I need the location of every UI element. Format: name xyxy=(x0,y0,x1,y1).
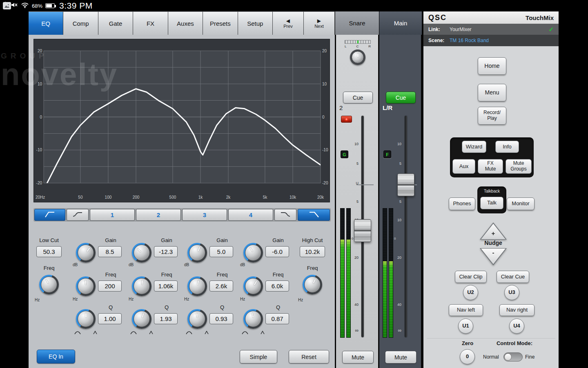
band-2-button[interactable]: 2 xyxy=(136,209,181,221)
svg-text:50: 50 xyxy=(78,195,83,200)
band-4-gain-knob[interactable] xyxy=(243,243,263,263)
svg-text:10: 10 xyxy=(322,82,327,86)
band-4-freq-knob[interactable] xyxy=(243,276,263,296)
snare-meter xyxy=(340,208,351,338)
band-3-q-value: 0.93 xyxy=(209,313,233,324)
main-meter xyxy=(383,208,393,338)
high-shelf-button[interactable] xyxy=(274,209,296,221)
screenshot-thumbnail-icon[interactable] xyxy=(3,2,11,9)
snare-cue-button[interactable]: Cue xyxy=(343,92,373,103)
aux-button[interactable]: Aux xyxy=(452,159,475,174)
nav-right-button[interactable]: Nav right xyxy=(499,304,535,316)
tab-setup[interactable]: Setup xyxy=(238,11,273,35)
tab-auxes[interactable]: Auxes xyxy=(168,11,203,35)
fx-badge[interactable]: F xyxy=(383,150,391,158)
high-cut-button[interactable] xyxy=(298,209,330,221)
band-2-q-knob[interactable] xyxy=(132,309,151,329)
high-cut-freq-knob[interactable] xyxy=(303,275,322,294)
nudge-down-button[interactable]: - xyxy=(480,248,507,265)
main-mute-button[interactable]: Mute xyxy=(385,351,416,364)
wizard-button[interactable]: Wizard xyxy=(462,141,486,153)
band-1-q-knob[interactable] xyxy=(76,309,96,329)
main-cue-button[interactable]: Cue xyxy=(386,92,416,103)
band-3-column: Gain 5.0 dB Freq 2.6k Hz Q 0.93 xyxy=(185,237,242,346)
link-ok-icon: ✓ xyxy=(548,26,554,33)
link-value: YourMixer xyxy=(450,27,545,32)
tab-fx[interactable]: FX xyxy=(133,11,168,35)
menu-button[interactable]: Menu xyxy=(478,84,506,101)
info-button[interactable]: Info xyxy=(495,141,519,153)
main-label: L/R xyxy=(383,104,392,111)
band-3-button[interactable]: 3 xyxy=(182,209,227,221)
band-3-freq-value: 2.6k xyxy=(209,280,233,292)
next-channel-button[interactable]: ▶ Next xyxy=(304,11,335,35)
control-mode-toggle[interactable] xyxy=(503,352,523,361)
mute-groups-button[interactable]: Mute Groups xyxy=(506,159,532,174)
main-fader-track[interactable] xyxy=(405,116,407,337)
band-3-freq-knob[interactable] xyxy=(187,276,207,296)
snare-fader-handle[interactable] xyxy=(354,219,371,242)
tab-presets[interactable]: Presets xyxy=(203,11,238,35)
main-fader-handle[interactable] xyxy=(397,173,414,196)
user-button-u3[interactable]: U3 xyxy=(504,285,519,300)
phones-button[interactable]: Phones xyxy=(449,197,475,210)
control-mode-label: Control Mode: xyxy=(488,340,541,346)
svg-text:20k: 20k xyxy=(317,195,324,200)
band-4-button[interactable]: 4 xyxy=(228,209,273,221)
band-3-gain-knob[interactable] xyxy=(187,243,207,263)
band-2-freq-value: 1.06k xyxy=(154,280,178,292)
gate-badge[interactable]: G xyxy=(341,150,348,158)
main-lr-strip: Cue L/R F 0 105 U5 1020 40∞ Mute xyxy=(379,35,422,368)
talk-button[interactable]: Talk xyxy=(480,197,503,209)
eq-in-button[interactable]: EQ In xyxy=(37,350,75,364)
user-button-u1[interactable]: U1 xyxy=(458,319,473,334)
meter-zero-label: 0 xyxy=(394,237,396,240)
nav-left-button[interactable]: Nav left xyxy=(449,304,483,316)
band-2-freq-knob[interactable] xyxy=(132,276,151,296)
low-cut-freq-knob[interactable] xyxy=(39,275,59,294)
freq-label: Freq xyxy=(35,265,63,271)
band-1-button[interactable]: 1 xyxy=(90,209,135,221)
svg-text:0: 0 xyxy=(40,115,42,119)
user-button-u4[interactable]: U4 xyxy=(509,319,524,334)
tab-comp[interactable]: Comp xyxy=(63,11,98,35)
tab-eq[interactable]: EQ xyxy=(29,11,63,35)
scene-value[interactable]: TM 16 Rock Band xyxy=(450,38,489,43)
remote-control-panel: QSC TouchMix Link: YourMixer ✓ Scene: TM… xyxy=(423,11,559,368)
snare-mute-button[interactable]: Mute xyxy=(342,351,374,364)
zero-button[interactable]: 0 xyxy=(460,349,475,364)
band-4-q-knob[interactable] xyxy=(243,309,263,329)
band-1-gain-knob[interactable] xyxy=(76,243,96,263)
tab-gate[interactable]: Gate xyxy=(98,11,133,35)
nudge-up-button[interactable]: + xyxy=(480,222,507,240)
svg-text:10k: 10k xyxy=(290,195,296,200)
home-button[interactable]: Home xyxy=(478,57,506,75)
eq-graph[interactable]: 2020101000-10-10-20-2020Hz501002005001k2… xyxy=(33,39,330,202)
prev-channel-button[interactable]: ◀ Prev xyxy=(273,11,304,35)
pan-scale xyxy=(345,40,371,44)
band-3-q-knob[interactable] xyxy=(187,309,207,329)
gain-label: Gain xyxy=(97,237,124,243)
low-shelf-button[interactable] xyxy=(67,209,89,221)
fx-mute-button[interactable]: FX Mute xyxy=(478,159,503,174)
tab-main[interactable]: Main xyxy=(379,11,422,35)
simple-button[interactable]: Simple xyxy=(240,350,277,364)
pan-knob[interactable] xyxy=(350,49,365,65)
clear-cue-button[interactable]: Clear Cue xyxy=(497,271,529,283)
band-4-freq-value: 6.0k xyxy=(265,280,289,292)
touchmix-app: 68% 3:39 PM EQ Comp Gate FX Auxes Preset… xyxy=(0,0,588,368)
reset-button[interactable]: Reset xyxy=(289,350,329,364)
record-play-button[interactable]: Record/ Play xyxy=(478,107,506,125)
band-4-gain-value: -6.0 xyxy=(265,246,289,257)
band-1-freq-knob[interactable] xyxy=(76,276,96,296)
high-cut-column: High Cut 10.2k Freq Hz xyxy=(298,237,327,346)
low-cut-button[interactable] xyxy=(34,209,65,221)
tab-channel-snare[interactable]: Snare xyxy=(335,11,379,35)
user-button-u2[interactable]: U2 xyxy=(463,285,478,300)
record-arm-button[interactable] xyxy=(341,116,352,123)
monitor-button[interactable]: Monitor xyxy=(507,197,535,210)
clear-clip-button[interactable]: Clear Clip xyxy=(455,271,487,283)
svg-text:-20: -20 xyxy=(322,181,328,185)
talkback-label: Talkback xyxy=(477,189,506,193)
band-2-gain-knob[interactable] xyxy=(132,243,151,263)
